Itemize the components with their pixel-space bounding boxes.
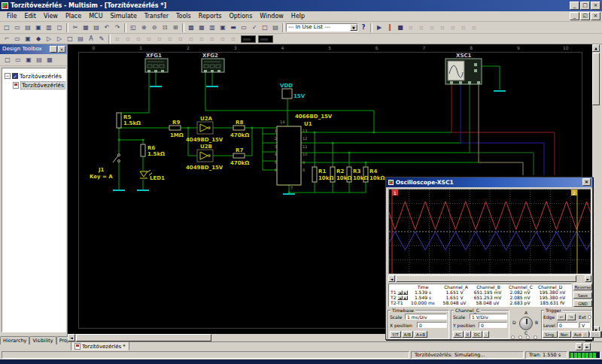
toolbox-folder-button[interactable]: ▤ — [34, 55, 44, 65]
led1-label[interactable]: LED1 — [150, 175, 165, 181]
r1-ref[interactable]: R1 — [318, 168, 326, 174]
menu-item[interactable]: View — [40, 12, 62, 20]
run-button[interactable]: ▶ — [374, 23, 385, 32]
menu-item[interactable]: Edit — [20, 12, 40, 20]
area-button[interactable]: □ — [260, 23, 270, 32]
dial-letter-b[interactable]: B — [535, 320, 538, 325]
coupling-button[interactable]: AC — [453, 331, 464, 338]
create-component-button[interactable]: ▣ — [217, 23, 228, 32]
scroll-left-icon[interactable]: ◄ — [68, 334, 75, 341]
coupling-button[interactable]: 0 — [464, 331, 472, 338]
trigger-edge-rising-button[interactable]: ⌐ — [557, 314, 566, 320]
menu-item[interactable]: Window — [256, 12, 287, 20]
tree-root-label[interactable]: Torzítóvezérlés — [20, 73, 62, 80]
r2-value[interactable]: 10kΩ — [336, 175, 351, 181]
menu-item[interactable]: Place — [62, 12, 85, 20]
design-toolbox-button[interactable]: ▩ — [186, 23, 196, 32]
r7-value[interactable]: 470kΩ — [230, 160, 249, 166]
u2a-part-label[interactable]: 4049BD_15V — [186, 137, 223, 143]
save-button[interactable]: ▣ — [33, 23, 44, 32]
sheet-tab-label[interactable]: Torzítóvezérlés * — [82, 344, 126, 350]
timebase-scale-input[interactable]: 1 ms/Div — [405, 314, 447, 320]
place-diode-button[interactable]: ◆ — [33, 34, 44, 44]
place-wire-button[interactable]: ⌐ — [2, 34, 12, 44]
r2-ref[interactable]: R2 — [336, 168, 344, 174]
doc-minimize-button[interactable]: _ — [570, 12, 579, 20]
u2b-ref-label[interactable]: U2B — [200, 144, 212, 150]
switch-symbol[interactable] — [113, 154, 120, 163]
place-cmos-button[interactable]: ▤ — [75, 34, 86, 44]
zoom-out-button[interactable]: ⊖ — [149, 23, 160, 32]
channel-dial[interactable] — [519, 317, 533, 330]
zoom-full-button[interactable]: ◱ — [128, 23, 138, 32]
close-button[interactable]: × — [591, 2, 600, 10]
r7-ref[interactable]: R7 — [236, 147, 243, 153]
scope-scroll-left-icon[interactable]: ◄ — [388, 275, 395, 282]
in-use-list-combo[interactable]: --- In Use List ---▼ — [286, 23, 358, 32]
trigger-mode-button[interactable]: Sing. — [543, 331, 558, 338]
save-button-scope[interactable]: Save — [573, 292, 592, 299]
toolbox-tab[interactable]: Visibility — [29, 336, 56, 344]
u1-ic[interactable] — [277, 126, 301, 185]
r4-ref[interactable]: R4 — [369, 168, 377, 174]
menu-item[interactable]: Simulate — [107, 12, 141, 20]
doc-close-button[interactable]: × — [591, 12, 600, 20]
channel-ypos-input[interactable]: 0 — [479, 322, 507, 328]
postprocessor-button[interactable]: ▭ — [239, 23, 249, 32]
u2b-part-label[interactable]: 4049BD_15V — [186, 165, 223, 171]
vdd-symbol[interactable] — [282, 89, 292, 99]
j1-key-label[interactable]: Key = A — [90, 174, 113, 180]
tree-checkbox-icon[interactable]: ✓ — [12, 73, 18, 79]
menu-item[interactable]: Reports — [195, 12, 226, 20]
r3-value[interactable]: 10kΩ — [353, 175, 368, 181]
menu-item[interactable]: Help — [287, 12, 309, 20]
timebase-mode-button[interactable]: Y/T — [390, 331, 401, 338]
scope-scroll-right-icon[interactable]: ► — [585, 275, 591, 282]
trigger-edge-falling-button[interactable]: ¬ — [567, 314, 576, 320]
vdd-value-label[interactable]: 15V — [293, 93, 306, 99]
trigger-level-unit[interactable]: V — [579, 322, 590, 328]
oscilloscope-scrollbar[interactable]: ◄ ► — [388, 275, 591, 282]
tree-child-row[interactable]: Torzítóvezérlés — [2, 80, 65, 89]
oscilloscope-close-button[interactable]: × — [582, 178, 591, 186]
tree-root-row[interactable]: − ✓ Torzítóvezérlés — [2, 71, 65, 80]
dial-letter-a[interactable]: A — [524, 310, 528, 315]
vscroll-thumb[interactable] — [592, 53, 600, 105]
sheet-tab-right-icon[interactable]: ► — [584, 343, 591, 350]
dropdown-arrow-icon[interactable]: ▼ — [350, 24, 357, 31]
paste-button[interactable]: ▤ — [91, 23, 102, 32]
channel-scale-input[interactable]: 1 V/Div — [470, 314, 507, 320]
t1-left-icon[interactable]: ◄ — [397, 290, 403, 295]
copy-button[interactable]: ▦ — [81, 23, 91, 32]
timebase-xpos-input[interactable]: 0 — [417, 322, 447, 328]
r6-value[interactable]: 1.5kΩ — [147, 151, 165, 157]
tree-child-label[interactable]: Torzítóvezérlés — [20, 81, 65, 89]
r5-value[interactable]: 1.5kΩ — [123, 120, 141, 126]
vdd-label[interactable]: VDD — [280, 83, 293, 89]
minimize-button[interactable]: _ — [570, 2, 579, 10]
menu-item[interactable]: Transfer — [141, 12, 172, 20]
reverse-button[interactable]: Reverse — [573, 284, 592, 290]
canvas-vertical-scrollbar[interactable]: ▲ ▼ — [592, 44, 600, 334]
xfg1-label[interactable]: XFG1 — [146, 53, 162, 59]
place-ttl-button[interactable]: □ — [65, 34, 75, 44]
zoom-fit-button[interactable]: ⊞ — [170, 23, 181, 32]
function-generator-xfg1[interactable] — [145, 59, 168, 72]
zoom-in-button[interactable]: ⊕ — [138, 23, 149, 32]
erc-button[interactable]: ✓ — [249, 23, 260, 32]
channel-d-radio[interactable] — [534, 335, 537, 339]
u1-part-label[interactable]: 4066BD_15V — [295, 114, 333, 120]
spreadsheet-button[interactable]: ▦ — [196, 23, 207, 32]
menu-item[interactable]: Options — [225, 12, 256, 20]
channel-a-radio[interactable] — [511, 335, 515, 339]
toolbox-open-button[interactable]: ▭ — [13, 55, 23, 65]
scroll-up-icon[interactable]: ▲ — [592, 44, 600, 52]
print-preview-button[interactable]: ◻ — [54, 23, 65, 32]
timebase-mode-button[interactable]: A+B — [414, 331, 427, 338]
scope-scroll-thumb[interactable] — [396, 275, 576, 282]
trigger-ext-radio[interactable] — [588, 315, 591, 319]
maximize-button[interactable]: □ — [580, 2, 590, 10]
r8-ref[interactable]: R8 — [236, 120, 243, 126]
r4-value[interactable]: 10kΩ — [369, 175, 385, 181]
r9-ref[interactable]: R9 — [172, 120, 180, 126]
